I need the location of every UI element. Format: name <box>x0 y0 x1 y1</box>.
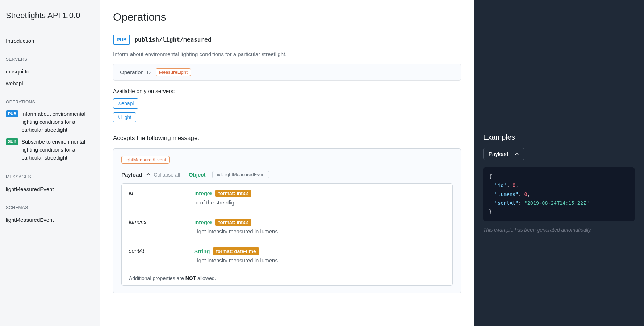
operation-path: publish/light/measured <box>134 36 211 43</box>
nav-operation-sub[interactable]: SUB Subscribe to environmental lighting … <box>6 136 95 164</box>
examples-title: Examples <box>483 133 635 141</box>
accepts-message-label: Accepts the following message: <box>113 135 461 142</box>
property-row: sentAt String format: date-time Light in… <box>122 242 452 271</box>
property-type: String <box>194 248 210 254</box>
additional-properties-note: Additional properties are NOT allowed. <box>122 271 452 285</box>
examples-toggle-label: Payload <box>489 151 508 157</box>
pub-badge: PUB <box>6 110 18 117</box>
payload-uid: uid: lightMeasuredEvent <box>212 171 269 178</box>
nav-server-webapi[interactable]: webapi <box>6 77 95 89</box>
nav-section-servers: SERVERS <box>6 57 95 62</box>
example-code: { "id": 0, "lumens": 0, "sentAt": "2019-… <box>483 167 635 221</box>
payload-label: Payload <box>121 172 142 178</box>
operation-description: Inform about environmental lighting cond… <box>113 51 461 57</box>
sidebar: Streetlights API 1.0.0 Introduction SERV… <box>0 0 100 326</box>
payload-type: Object <box>189 172 206 178</box>
page-heading: Operations <box>113 11 461 23</box>
property-name: lumens <box>129 219 187 234</box>
examples-payload-toggle[interactable]: Payload <box>483 148 524 160</box>
message-card: lightMeasuredEvent Payload Collapse all … <box>113 148 461 293</box>
operation-id-box: Operation ID MeasureLight <box>113 64 461 81</box>
auto-generated-note: This example has been generated automati… <box>483 227 635 233</box>
nav-introduction[interactable]: Introduction <box>6 35 95 47</box>
property-type: Integer <box>194 219 212 225</box>
examples-panel: Examples Payload { "id": 0, "lumens": 0,… <box>474 0 644 326</box>
main-content: Operations PUB publish/light/measured In… <box>100 0 474 326</box>
operation-id-value: MeasureLight <box>156 68 191 76</box>
payload-header: Payload Collapse all Object uid: lightMe… <box>121 171 453 178</box>
operation-header: PUB publish/light/measured <box>113 35 461 45</box>
nav-section-messages: MESSAGES <box>6 174 95 179</box>
nav-section-operations: OPERATIONS <box>6 100 95 105</box>
nav-operation-text: Inform about environmental lighting cond… <box>21 110 95 134</box>
chevron-up-icon[interactable] <box>146 172 150 178</box>
operation-pub-badge: PUB <box>113 35 130 45</box>
property-type: Integer <box>194 190 212 196</box>
nav-message-item[interactable]: lightMeasuredEvent <box>6 183 95 195</box>
property-format: format: date-time <box>213 247 259 255</box>
tag-chip-light[interactable]: #Light <box>113 112 136 122</box>
nav-operation-text: Subscribe to environmental lighting cond… <box>21 138 95 162</box>
sub-badge: SUB <box>6 138 18 145</box>
message-name-chip: lightMeasuredEvent <box>121 156 170 164</box>
operation-id-label: Operation ID <box>120 69 151 75</box>
servers-available-label: Available only on servers: <box>113 88 461 94</box>
api-title: Streetlights API 1.0.0 <box>6 11 95 20</box>
property-row: lumens Integer format: int32 Light inten… <box>122 213 452 242</box>
nav-schema-item[interactable]: lightMeasuredEvent <box>6 214 95 226</box>
property-description: Light intensity measured in lumens. <box>194 228 445 234</box>
nav-operation-pub[interactable]: PUB Inform about environmental lighting … <box>6 108 95 136</box>
server-chip-webapi[interactable]: webapi <box>113 98 138 109</box>
property-name: id <box>129 190 187 206</box>
property-format: format: int32 <box>215 190 251 197</box>
property-description: Light intensity measured in lumens. <box>194 257 445 263</box>
nav-section-schemas: SCHEMAS <box>6 205 95 210</box>
property-name: sentAt <box>129 247 187 263</box>
nav-server-mosquitto[interactable]: mosquitto <box>6 65 95 77</box>
property-row: id Integer format: int32 Id of the stree… <box>122 184 452 213</box>
property-format: format: int32 <box>215 219 251 226</box>
properties-box: id Integer format: int32 Id of the stree… <box>121 183 453 286</box>
collapse-all-link[interactable]: Collapse all <box>154 172 180 178</box>
property-description: Id of the streetlight. <box>194 199 445 206</box>
chevron-up-icon <box>515 152 519 156</box>
